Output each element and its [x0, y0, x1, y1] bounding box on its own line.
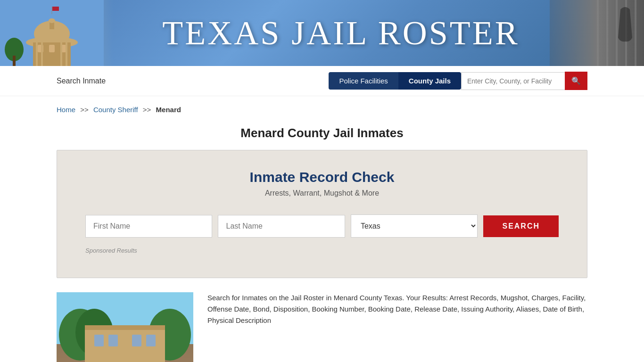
search-inmate-label: Search Inmate	[57, 77, 106, 85]
svg-rect-7	[49, 45, 55, 52]
header-banner: Texas Jail Roster	[0, 0, 644, 66]
svg-rect-11	[60, 41, 62, 66]
svg-point-4	[49, 18, 55, 23]
search-icon: 🔍	[571, 77, 581, 85]
svg-rect-10	[41, 41, 43, 66]
svg-rect-12	[66, 41, 67, 66]
first-name-input[interactable]	[85, 215, 212, 238]
svg-rect-29	[94, 335, 104, 346]
page-title: Menard County Jail Inmates	[0, 126, 644, 140]
header-banner-right-bg	[550, 0, 644, 66]
svg-rect-14	[52, 7, 59, 11]
breadcrumb: Home >> County Sheriff >> Menard	[0, 96, 644, 118]
svg-rect-22	[635, 0, 636, 66]
record-check-form: AlabamaAlaskaArizonaArkansasCaliforniaCo…	[85, 214, 559, 238]
svg-rect-30	[108, 335, 118, 346]
bottom-section: Search for Inmates on the Jail Roster in…	[57, 292, 587, 362]
breadcrumb-current: Menard	[156, 106, 181, 114]
facility-search-input[interactable]	[461, 72, 565, 90]
svg-rect-9	[36, 41, 38, 66]
nav-bar: Search Inmate Police Facilities County J…	[0, 66, 644, 96]
svg-rect-31	[132, 335, 141, 346]
svg-rect-18	[597, 0, 599, 66]
breadcrumb-home[interactable]: Home	[57, 106, 75, 114]
facility-search-button[interactable]: 🔍	[565, 72, 587, 90]
header-banner-left-bg	[0, 0, 113, 66]
record-check-subtitle: Arrests, Warrant, Mugshot & More	[85, 189, 559, 197]
police-facilities-button[interactable]: Police Facilities	[329, 72, 398, 90]
site-title: Texas Jail Roster	[162, 14, 519, 53]
breadcrumb-separator-2: >>	[143, 106, 151, 114]
description-text: Search for Inmates on the Jail Roster in…	[207, 292, 587, 326]
nav-right-controls: Police Facilities County Jails 🔍	[329, 72, 587, 90]
record-check-title: Inmate Record Check	[85, 169, 559, 185]
record-search-button[interactable]: SEARCH	[483, 215, 559, 237]
record-check-box: Inmate Record Check Arrests, Warrant, Mu…	[57, 150, 587, 278]
state-select[interactable]: AlabamaAlaskaArizonaArkansasCaliforniaCo…	[351, 214, 478, 238]
building-image	[57, 292, 193, 362]
svg-rect-19	[606, 0, 608, 66]
breadcrumb-county-sheriff[interactable]: County Sheriff	[93, 106, 138, 114]
county-jails-button[interactable]: County Jails	[398, 72, 461, 90]
breadcrumb-separator-1: >>	[80, 106, 89, 114]
svg-rect-20	[616, 0, 618, 66]
sponsored-results-label: Sponsored Results	[85, 247, 559, 254]
svg-rect-32	[146, 335, 156, 346]
last-name-input[interactable]	[218, 215, 345, 238]
svg-rect-16	[13, 56, 16, 66]
svg-rect-28	[85, 325, 165, 330]
